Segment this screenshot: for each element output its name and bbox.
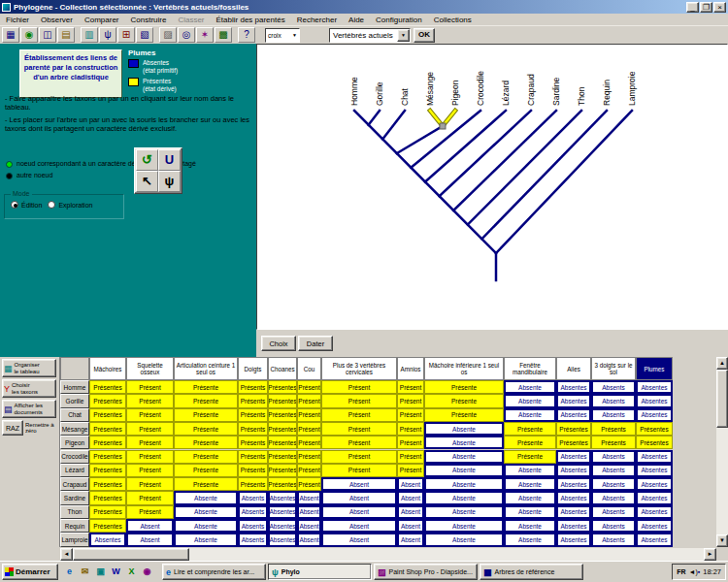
- cell-crocodile-cou[interactable]: Présent: [297, 450, 321, 464]
- taxon-label-lezard[interactable]: Lézard: [501, 81, 511, 106]
- cell-lezard-plus-de-3-vertebres-cervicales[interactable]: Présent: [321, 464, 397, 477]
- cell-homme-plumes[interactable]: Absentes: [636, 380, 673, 394]
- cell-homme-amnios[interactable]: Présent: [397, 380, 424, 394]
- cell-thon-choanes[interactable]: Absentes: [268, 505, 297, 519]
- cell-lamproie-fenetre-mandibulaire[interactable]: Absente: [504, 533, 556, 546]
- cell-homme-squelette-osseux[interactable]: Présent: [126, 380, 174, 394]
- taxon-button-crocodile[interactable]: Crocodile: [60, 450, 89, 464]
- cell-crocodile-doigts[interactable]: Présents: [238, 450, 268, 464]
- cell-chat-articulation-ceinture-1-seul-os[interactable]: Présente: [174, 408, 238, 422]
- menu-comparer[interactable]: Comparer: [79, 16, 125, 24]
- cell-pigeon-amnios[interactable]: Présent: [397, 436, 424, 449]
- cell-thon-articulation-ceinture-1-seul-os[interactable]: Absente: [174, 505, 238, 519]
- cell-homme-doigts[interactable]: Présents: [238, 380, 268, 394]
- cell-gorille-machoires[interactable]: Présentes: [89, 394, 126, 407]
- scroll-left-icon[interactable]: ◄: [60, 548, 73, 561]
- node-shape-selector[interactable]: croix ▼: [265, 28, 300, 43]
- taxon-label-gorille[interactable]: Gorille: [375, 81, 384, 106]
- taxon-label-crocodile[interactable]: Crocodile: [476, 71, 485, 106]
- cell-mesange-machoires[interactable]: Présentes: [89, 422, 126, 436]
- cell-chat-cou[interactable]: Présent: [297, 408, 321, 422]
- cell-thon-doigts[interactable]: Absents: [238, 505, 268, 519]
- taxon-label-thon[interactable]: Thon: [577, 86, 586, 106]
- choix-button[interactable]: Choix: [261, 336, 296, 351]
- menu-aide[interactable]: Aide: [343, 16, 370, 24]
- cell-crocodile-3-doigts-sur-le-sol[interactable]: Absents: [591, 450, 636, 464]
- cell-requin-articulation-ceinture-1-seul-os[interactable]: Absente: [174, 519, 238, 533]
- cell-crocodile-fenetre-mandibulaire[interactable]: Présente: [504, 450, 556, 464]
- cell-chat-plus-de-3-vertebres-cervicales[interactable]: Présent: [321, 408, 397, 422]
- taxon-button-gorille[interactable]: Gorille: [60, 394, 89, 407]
- cell-crocodile-machoires[interactable]: Présentes: [89, 450, 126, 464]
- cell-requin-plumes[interactable]: Absentes: [636, 519, 673, 533]
- minimize-button[interactable]: _: [686, 2, 699, 13]
- cell-homme-choanes[interactable]: Présentes: [268, 380, 297, 394]
- taxon-button-pigeon[interactable]: Pigeon: [60, 436, 89, 449]
- cell-crapaud-squelette-osseux[interactable]: Présent: [126, 477, 174, 491]
- cell-thon-ailes[interactable]: Absentes: [556, 505, 591, 519]
- cell-mesange-fenetre-mandibulaire[interactable]: Présente: [504, 422, 556, 436]
- cell-sardine-machoires[interactable]: Présentes: [89, 491, 126, 504]
- pointer-icon[interactable]: ↖: [136, 171, 158, 192]
- cell-mesange-cou[interactable]: Présent: [297, 422, 321, 436]
- taxon-label-chat[interactable]: Chat: [400, 87, 410, 106]
- search-icon[interactable]: ◎: [178, 27, 195, 43]
- cell-mesange-plumes[interactable]: Présentes: [636, 422, 673, 436]
- cell-sardine-plus-de-3-vertebres-cervicales[interactable]: Absent: [321, 491, 397, 504]
- cell-mesange-articulation-ceinture-1-seul-os[interactable]: Présente: [174, 422, 238, 436]
- cell-crocodile-machoire-inferieure-1-seul-os[interactable]: Absente: [424, 450, 504, 464]
- cell-requin-amnios[interactable]: Absent: [397, 519, 424, 533]
- cell-lezard-plumes[interactable]: Absentes: [636, 464, 673, 477]
- menu-observer[interactable]: Observer: [35, 16, 79, 24]
- column-header-plumes[interactable]: Plumes: [636, 357, 673, 380]
- cell-crapaud-fenetre-mandibulaire[interactable]: Absente: [504, 477, 556, 491]
- dater-button[interactable]: Dater: [298, 336, 333, 351]
- cell-chat-plumes[interactable]: Absentes: [636, 408, 673, 422]
- cell-sardine-3-doigts-sur-le-sol[interactable]: Absents: [591, 491, 636, 504]
- cell-lezard-ailes[interactable]: Absentes: [556, 464, 591, 477]
- cell-lamproie-machoire-inferieure-1-seul-os[interactable]: Absente: [424, 533, 504, 546]
- task-paint-shop-pro-diapside[interactable]: ▨Paint Shop Pro - Diapside...: [374, 564, 478, 580]
- taxon-button-lezard[interactable]: Lézard: [60, 464, 89, 477]
- column-header-squelette-osseux[interactable]: Squelette osseux: [126, 357, 174, 380]
- close-button[interactable]: ×: [713, 2, 726, 13]
- cell-pigeon-doigts[interactable]: Présents: [238, 436, 268, 449]
- cell-pigeon-plumes[interactable]: Présentes: [636, 436, 673, 449]
- cell-sardine-doigts[interactable]: Absents: [238, 491, 268, 504]
- cell-thon-cou[interactable]: Absent: [297, 505, 321, 519]
- cell-requin-3-doigts-sur-le-sol[interactable]: Absents: [591, 519, 636, 533]
- cell-crapaud-plus-de-3-vertebres-cervicales[interactable]: Absent: [321, 477, 397, 491]
- cell-requin-ailes[interactable]: Absentes: [556, 519, 591, 533]
- taxon-button-crapaud[interactable]: Crapaud: [60, 477, 89, 491]
- cell-pigeon-fenetre-mandibulaire[interactable]: Présente: [504, 436, 556, 449]
- cell-gorille-3-doigts-sur-le-sol[interactable]: Absents: [591, 394, 636, 407]
- cell-homme-fenetre-mandibulaire[interactable]: Absente: [504, 380, 556, 394]
- cell-lamproie-squelette-osseux[interactable]: Absent: [126, 533, 174, 546]
- menu-construire[interactable]: Construire: [125, 16, 173, 24]
- cell-mesange-machoire-inferieure-1-seul-os[interactable]: Absente: [424, 422, 504, 436]
- column-header-fenetre-mandibulaire[interactable]: Fenêtre mandibulaire: [504, 357, 556, 380]
- column-header-3-doigts-sur-le-sol[interactable]: 3 doigts sur le sol: [591, 357, 636, 380]
- cell-crapaud-plumes[interactable]: Absentes: [636, 477, 673, 491]
- cell-pigeon-ailes[interactable]: Présentes: [556, 436, 591, 449]
- taxon-button-homme[interactable]: Homme: [60, 380, 89, 394]
- cell-mesange-ailes[interactable]: Présentes: [556, 422, 591, 436]
- cell-requin-plus-de-3-vertebres-cervicales[interactable]: Absent: [321, 519, 397, 533]
- cell-pigeon-machoire-inferieure-1-seul-os[interactable]: Absente: [424, 436, 504, 449]
- outlook-icon[interactable]: ✉: [78, 565, 92, 579]
- cell-gorille-squelette-osseux[interactable]: Présent: [126, 394, 174, 407]
- cell-sardine-squelette-osseux[interactable]: Présent: [126, 491, 174, 504]
- cell-thon-machoires[interactable]: Présentes: [89, 505, 126, 519]
- cell-crapaud-machoire-inferieure-1-seul-os[interactable]: Absente: [424, 477, 504, 491]
- word-icon[interactable]: W: [109, 565, 123, 579]
- cell-mesange-squelette-osseux[interactable]: Présent: [126, 422, 174, 436]
- scroll-up-icon[interactable]: ▲: [716, 357, 728, 370]
- menu-etablir-des-parentes[interactable]: Établir des parentés: [211, 16, 291, 24]
- menu-fichier[interactable]: Fichier: [0, 16, 35, 24]
- cell-lezard-doigts[interactable]: Présents: [238, 464, 268, 477]
- cell-crapaud-ailes[interactable]: Absentes: [556, 477, 591, 491]
- magnet-icon[interactable]: U: [158, 149, 181, 171]
- taxon-label-homme[interactable]: Homme: [349, 77, 359, 106]
- cell-lezard-cou[interactable]: Présent: [297, 464, 321, 477]
- show-desktop-icon[interactable]: ▣: [93, 565, 108, 579]
